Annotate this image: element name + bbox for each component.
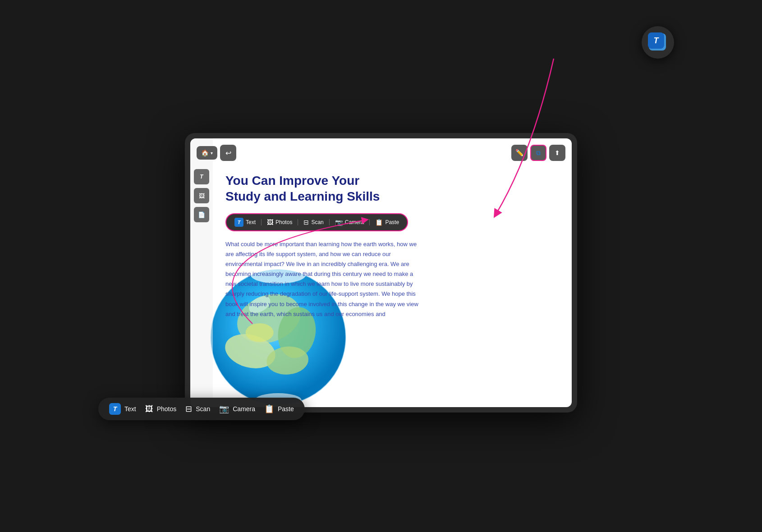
toolbar-item-scan[interactable]: ⊟ Scan	[303, 219, 323, 226]
device-frame: 🏠 ▾ ↩ ✏️ ⧉ ⬆	[185, 133, 577, 413]
toolbar-item-photos[interactable]: 🖼 Photos	[267, 219, 292, 226]
export-button[interactable]: ⬆	[549, 145, 565, 161]
toolbar-item-paste[interactable]: 📋 Paste	[375, 219, 399, 226]
photos-icon: 🖼	[267, 219, 273, 226]
home-icon: 🏠	[201, 149, 209, 156]
top-bar: 🏠 ▾ ↩ ✏️ ⧉ ⬆	[197, 145, 565, 161]
screen: 🏠 ▾ ↩ ✏️ ⧉ ⬆	[190, 138, 572, 407]
export-icon: ⬆	[555, 149, 560, 156]
float-scan-icon: ⊟	[185, 404, 192, 414]
copy-icon: ⧉	[536, 149, 541, 157]
page-title: You Can Improve Your Study and Learning …	[225, 173, 559, 204]
float-toolbar-text[interactable]: T Text	[109, 403, 136, 415]
sidebar-doc-icon[interactable]: 📄	[194, 207, 209, 222]
camera-icon: 📷	[335, 219, 343, 226]
float-toolbar-paste[interactable]: 📋 Paste	[264, 404, 294, 414]
toolbar-item-text[interactable]: T Text	[234, 218, 256, 227]
undo-icon: ↩	[225, 149, 231, 157]
pencil-button[interactable]: ✏️	[511, 145, 528, 161]
body-text: What could be more important than learni…	[225, 239, 424, 319]
float-toolbar-camera[interactable]: 📷 Camera	[219, 404, 255, 414]
nav-left: 🏠 ▾ ↩	[197, 145, 236, 161]
float-toolbar-photos[interactable]: 🖼 Photos	[145, 404, 177, 414]
chevron-down-icon: ▾	[211, 151, 213, 156]
fab-button[interactable]: T	[642, 26, 674, 59]
float-photos-icon: 🖼	[145, 404, 153, 414]
nav-right: ✏️ ⧉ ⬆	[511, 145, 565, 161]
floating-toolbar: T Text 🖼 Photos ⊟ Scan 📷 Camera 📋 Paste	[98, 398, 305, 420]
float-camera-icon: 📷	[219, 404, 229, 414]
float-text-icon: T	[109, 403, 121, 415]
main-content: You Can Improve Your Study and Learning …	[213, 165, 572, 407]
toolbar-item-camera[interactable]: 📷 Camera	[335, 219, 364, 226]
sidebar-text-icon[interactable]: T	[194, 169, 209, 184]
inline-toolbar: T Text 🖼 Photos ⊟ Scan 📷	[225, 213, 408, 231]
paste-icon: 📋	[375, 219, 383, 226]
home-button[interactable]: 🏠 ▾	[197, 146, 217, 160]
left-sidebar: T 🖼 📄	[190, 138, 213, 407]
back-button[interactable]: ↩	[220, 145, 236, 161]
float-toolbar-scan[interactable]: ⊟ Scan	[185, 404, 210, 414]
sidebar-photo-icon[interactable]: 🖼	[194, 188, 209, 203]
copy-button[interactable]: ⧉	[530, 145, 546, 161]
scan-icon: ⊟	[303, 219, 309, 226]
pencil-icon: ✏️	[515, 149, 524, 157]
float-paste-icon: 📋	[264, 404, 274, 414]
text-icon: T	[234, 218, 243, 227]
